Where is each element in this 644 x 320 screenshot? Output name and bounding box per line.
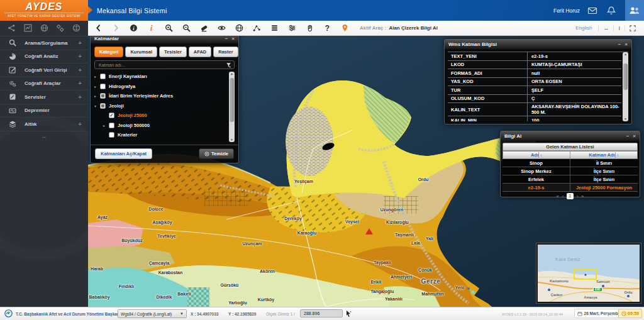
- close-icon[interactable]: ×: [633, 134, 636, 139]
- current-page[interactable]: 1: [567, 193, 574, 199]
- tool-eraser-button[interactable]: [197, 22, 210, 35]
- info-row-sinop[interactable]: Sinopİl Sınırı: [502, 159, 638, 167]
- minimize-icon[interactable]: −: [225, 36, 228, 41]
- date-chip[interactable]: 26 Mart, Perşembe: [574, 309, 623, 318]
- close-icon[interactable]: ×: [231, 36, 235, 41]
- tool-back-button[interactable]: [92, 22, 104, 35]
- sidebar-item-co-rafi-veri-giri-i[interactable]: Coğrafi Veri Girişi+: [0, 63, 88, 77]
- expand-plus-icon[interactable]: +: [78, 80, 82, 87]
- tab-afad[interactable]: AFAD: [189, 47, 211, 57]
- close-icon[interactable]: ×: [625, 42, 628, 47]
- column-layer-name[interactable]: Katman Adı ↕: [570, 152, 637, 158]
- prev-page-icon[interactable]: ‹: [562, 194, 564, 199]
- expand-plus-icon[interactable]: +: [78, 53, 82, 60]
- grid-globe-icon[interactable]: [72, 24, 80, 32]
- tool-visibility-button[interactable]: [215, 22, 228, 35]
- checkbox-icon[interactable]: [100, 74, 106, 79]
- projection-select[interactable]: Wgs84 / Coğrafik (Long/Lat)▼: [118, 309, 187, 318]
- filter-icon[interactable]: [226, 62, 231, 68]
- layer-tree-item-enerji-kaynaklar[interactable]: ▸Enerji Kaynakları: [94, 72, 227, 82]
- wms-scrollbar[interactable]: ▲▼: [623, 52, 628, 121]
- expand-plus-icon[interactable]: +: [78, 94, 82, 101]
- column-name[interactable]: Adı ↕: [503, 152, 570, 158]
- sidebar-item-altl-k[interactable]: Altlık+: [0, 118, 88, 131]
- time-chip[interactable]: 09:59: [618, 309, 642, 318]
- map-viewport[interactable]: YeşilçamOrduUzungörenKızılaroğluDereköyV…: [88, 36, 644, 307]
- shapes-icon[interactable]: [56, 24, 64, 32]
- sidebar-item-arama-sorgulama[interactable]: Arama/Sorgulama+: [0, 36, 88, 50]
- checkbox-icon[interactable]: [109, 132, 114, 138]
- expand-plus-icon[interactable]: +: [78, 67, 82, 74]
- fullscreen-icon[interactable]: [625, 25, 640, 31]
- first-page-icon[interactable]: «: [557, 194, 559, 199]
- tool-pan-button[interactable]: [303, 22, 316, 35]
- overview-map[interactable]: Kara Deniz KastamonuSamsunÇankırıAmasyaO…: [536, 243, 641, 303]
- tree-expander-icon[interactable]: ▸: [94, 94, 100, 98]
- layer-tree-item-jeoloji[interactable]: ▾Jeoloji: [94, 101, 227, 111]
- tree-scrollbar[interactable]: ▲▼: [229, 72, 235, 142]
- tool-info-button[interactable]: i: [127, 22, 140, 35]
- tool-legend-button[interactable]: [268, 22, 280, 35]
- sidebar-item-co-rafi-analiz[interactable]: Coğrafi Analiz+: [0, 50, 88, 64]
- tool-measure-button[interactable]: [250, 22, 263, 35]
- tool-basemap-button[interactable]: [233, 22, 245, 35]
- clear-layers-button[interactable]: Temizle: [199, 148, 234, 159]
- expand-plus-icon[interactable]: +: [78, 40, 82, 47]
- aydes-logo[interactable]: AYDES AFET YÖNETİM VE KARAR DESTEK SİSTE…: [0, 0, 88, 21]
- minimize-icon[interactable]: −: [618, 42, 621, 47]
- users-panel-button[interactable]: [625, 0, 644, 21]
- tool-settings-button[interactable]: [286, 22, 298, 35]
- user-name[interactable]: Ferit Horuz: [553, 8, 580, 14]
- tab-raster[interactable]: Raster: [213, 47, 238, 57]
- wms-panel-titlebar[interactable]: Wms Katman Bilgisi −×: [445, 40, 631, 49]
- last-page-icon[interactable]: »: [581, 194, 584, 199]
- sidebar-item-servisler[interactable]: Servisler+: [0, 91, 88, 104]
- checkbox-icon[interactable]: [100, 103, 106, 109]
- layer-tree-item-jeoloji-25000[interactable]: ✓Jeoloji 25000: [94, 111, 227, 121]
- layer-tree-item-hidrografya[interactable]: ▸Hidrografya: [94, 82, 227, 92]
- checkbox-icon[interactable]: [109, 123, 114, 128]
- mail-icon[interactable]: [587, 6, 597, 16]
- info-row-sinop-merkez[interactable]: Sinop Merkezİlçe Sınırı: [502, 167, 638, 175]
- checkbox-icon[interactable]: [100, 93, 106, 99]
- info-panel-titlebar[interactable]: Bilgi Al −×: [501, 131, 640, 141]
- text-cursor-icon[interactable]: I: [613, 25, 625, 31]
- info-row-erfelek[interactable]: Erfelekİlçe Sınırı: [502, 175, 638, 184]
- tab-tesisler[interactable]: Tesisler: [159, 47, 187, 57]
- checkbox-icon[interactable]: [100, 84, 106, 89]
- layer-tree-item-volkanik-alanlar[interactable]: Volkanik Alanlar: [94, 140, 227, 143]
- tree-expander-icon[interactable]: ▸: [94, 74, 100, 79]
- tool-zoom-out-button[interactable]: [180, 22, 192, 35]
- next-page-icon[interactable]: ›: [577, 194, 578, 199]
- info-row-e2-19-s[interactable]: e2-19-sJeoloji 25000 Formasyon: [502, 184, 638, 192]
- layer-search-input[interactable]: [97, 62, 226, 68]
- tool-forward-button[interactable]: [109, 22, 122, 35]
- scale-input[interactable]: [300, 309, 343, 317]
- tree-expander-icon[interactable]: ▸: [94, 84, 100, 89]
- tool-identify-button[interactable]: i: [145, 22, 157, 35]
- extent-rectangle[interactable]: [574, 268, 597, 280]
- layer-tree-item-kraterler[interactable]: Kraterler: [94, 130, 227, 140]
- layer-tree-item-i-dari-birim-yerle-imler-adres[interactable]: ▸İdari Birim Yerleşimler Adres: [94, 91, 227, 101]
- checkbox-icon[interactable]: ✓: [109, 113, 114, 118]
- layer-tree-item-jeoloji-500000[interactable]: ▸Jeoloji 500000: [94, 121, 227, 131]
- tool-zoom-in-button[interactable]: [162, 22, 175, 35]
- sidebar-collapse-handle[interactable]: ↔: [0, 131, 88, 140]
- tab-kategori[interactable]: Kategori: [94, 47, 123, 57]
- globe-icon[interactable]: [40, 24, 48, 32]
- tool-locate-button[interactable]: [338, 22, 351, 35]
- minimize-icon[interactable]: −: [626, 134, 630, 139]
- resize-handle-icon[interactable]: ↔: [598, 25, 613, 31]
- sidebar-item-depremler[interactable]: Depremler: [0, 104, 88, 118]
- network-icon[interactable]: [8, 24, 16, 32]
- toggle-layers-button[interactable]: Katmanları Aç/Kapat: [95, 148, 152, 159]
- tree-expander-icon[interactable]: ▾: [94, 104, 100, 108]
- chart-icon[interactable]: [24, 24, 32, 32]
- tree-expander-icon[interactable]: ▸: [103, 123, 109, 128]
- sidebar-item-co-rafi-ara-lar[interactable]: Coğrafi Araçlar+: [0, 77, 88, 91]
- tool-help-button[interactable]: ?: [321, 22, 333, 35]
- language-selector[interactable]: English: [575, 25, 592, 31]
- expand-plus-icon[interactable]: +: [78, 121, 82, 128]
- notifications-bell-icon[interactable]: [606, 6, 616, 16]
- tab-kurumsal[interactable]: Kurumsal: [125, 47, 157, 57]
